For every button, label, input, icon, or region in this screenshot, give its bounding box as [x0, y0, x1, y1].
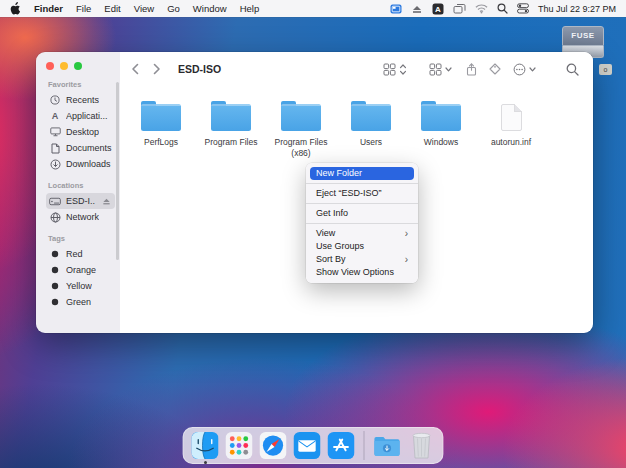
- tag-dot-icon: [49, 266, 61, 274]
- app-windows-icon[interactable]: [453, 3, 466, 15]
- sidebar-scrollbar[interactable]: [116, 82, 119, 260]
- running-indicator: [204, 461, 207, 464]
- sidebar-item-label: Downloads: [66, 159, 111, 169]
- context-menu: New FolderEject “ESD-ISO”Get InfoView›Us…: [306, 163, 418, 283]
- sidebar-item-label: Red: [66, 249, 83, 259]
- sidebar-item-label: Documents: [66, 143, 112, 153]
- context-menu-item-use-groups[interactable]: Use Groups: [306, 240, 418, 253]
- submenu-chevron-icon: ›: [405, 228, 408, 240]
- sidebar-item-recents[interactable]: Recents: [46, 92, 115, 108]
- sidebar-item-yellow[interactable]: Yellow: [46, 278, 115, 294]
- menu-bar-clock[interactable]: Thu Jul 22 9:27 PM: [538, 4, 616, 14]
- share-button[interactable]: [466, 63, 477, 76]
- icon-view-button[interactable]: [383, 63, 396, 76]
- file-grid: PerfLogsProgram FilesProgram Files (x86)…: [120, 86, 593, 159]
- sidebar-item-downloads[interactable]: Downloads: [46, 156, 115, 172]
- sidebar-item-label: Applicati...: [66, 111, 108, 121]
- file-autorun-inf[interactable]: autorun.inf: [478, 98, 544, 148]
- menu-item-finder[interactable]: Finder: [34, 3, 63, 14]
- menu-item-file[interactable]: File: [76, 3, 91, 14]
- menu-item-label: View: [316, 227, 335, 240]
- menu-item-view[interactable]: View: [134, 3, 154, 14]
- sidebar-item-label: Yellow: [66, 281, 92, 291]
- file-perflogs[interactable]: PerfLogs: [128, 98, 194, 148]
- context-menu-item-sort-by[interactable]: Sort By›: [306, 253, 418, 266]
- more-actions-button[interactable]: [513, 63, 526, 76]
- sidebar: FavoritesRecentsAApplicati...DesktopDocu…: [36, 52, 120, 333]
- sidebar-item-red[interactable]: Red: [46, 246, 115, 262]
- file-label: Program Files (x86): [268, 137, 334, 159]
- menu-bar-status-icons: A: [390, 3, 529, 15]
- downloads-icon: [49, 159, 61, 170]
- view-stepper-icon[interactable]: [399, 63, 407, 76]
- toolbar: ESD-ISO: [120, 52, 593, 86]
- sidebar-item-label: Network: [66, 212, 99, 222]
- chevron-down-icon[interactable]: [445, 67, 452, 72]
- menu-item-window[interactable]: Window: [193, 3, 227, 14]
- folder-icon: [281, 104, 321, 131]
- menu-item-help[interactable]: Help: [240, 3, 260, 14]
- control-center-icon[interactable]: [517, 3, 529, 14]
- input-source-icon[interactable]: A: [432, 3, 444, 15]
- menu-item-label: Get Info: [316, 207, 348, 220]
- tag-dot-icon: [49, 250, 61, 258]
- dock-icon-mail[interactable]: [294, 432, 321, 459]
- sidebar-item-label: Recents: [66, 95, 99, 105]
- context-menu-item-new-folder[interactable]: New Folder: [310, 167, 414, 180]
- context-menu-item-eject-esd-iso[interactable]: Eject “ESD-ISO”: [306, 187, 418, 200]
- file-program-files[interactable]: Program Files: [198, 98, 264, 148]
- sidebar-item-green[interactable]: Green: [46, 294, 115, 310]
- menu-separator: [306, 223, 418, 224]
- chevron-down-icon[interactable]: [529, 67, 536, 72]
- window-title: ESD-ISO: [178, 63, 221, 75]
- dock-icon-downloads-folder[interactable]: [374, 432, 401, 459]
- eject-icon[interactable]: [411, 3, 423, 15]
- file-program-files-x86[interactable]: Program Files (x86): [268, 98, 334, 159]
- sidebar-item-label: Desktop: [66, 127, 99, 137]
- search-button[interactable]: [566, 63, 579, 76]
- tag-button[interactable]: [489, 63, 501, 75]
- sidebar-item-applicati[interactable]: AApplicati...: [46, 108, 115, 124]
- dock-icon-app-store[interactable]: [328, 432, 355, 459]
- context-menu-item-show-view-options[interactable]: Show View Options: [306, 266, 418, 279]
- group-by-button[interactable]: [429, 63, 442, 76]
- zoom-button[interactable]: [74, 62, 82, 70]
- sidebar-item-orange[interactable]: Orange: [46, 262, 115, 278]
- applications-icon: A: [49, 111, 61, 121]
- eject-small-icon[interactable]: [100, 197, 112, 206]
- file-label: autorun.inf: [491, 137, 531, 148]
- close-button[interactable]: [46, 62, 54, 70]
- display-icon[interactable]: [390, 3, 402, 15]
- file-windows[interactable]: Windows: [408, 98, 474, 148]
- file-label: Program Files: [205, 137, 258, 148]
- dock-icon-finder[interactable]: [192, 432, 219, 459]
- sidebar-item-desktop[interactable]: Desktop: [46, 124, 115, 140]
- dock-icon-launchpad[interactable]: [226, 432, 253, 459]
- dock-icon-trash[interactable]: [408, 432, 435, 459]
- apple-icon[interactable]: [10, 2, 21, 15]
- sidebar-item-esd-i[interactable]: ESD-I...: [46, 193, 115, 209]
- sidebar-section-title-locations: Locations: [48, 181, 115, 190]
- context-menu-item-view[interactable]: View›: [306, 227, 418, 240]
- file-label: Users: [360, 137, 382, 148]
- minimize-button[interactable]: [60, 62, 68, 70]
- menu-item-go[interactable]: Go: [167, 3, 180, 14]
- sidebar-item-label: Orange: [66, 265, 96, 275]
- toolbar-actions: [383, 63, 579, 76]
- tag-dot-icon: [49, 298, 61, 306]
- menu-item-label: Show View Options: [316, 266, 394, 279]
- sidebar-item-documents[interactable]: Documents: [46, 140, 115, 156]
- menu-item-edit[interactable]: Edit: [104, 3, 120, 14]
- sidebar-item-network[interactable]: Network: [46, 209, 115, 225]
- documents-icon: [49, 143, 61, 154]
- spotlight-icon[interactable]: [497, 3, 508, 14]
- forward-button[interactable]: [150, 63, 164, 75]
- menu-bar-status: A Thu Jul 22 9:27 PM: [390, 3, 616, 15]
- file-users[interactable]: Users: [338, 98, 404, 148]
- dock-icon-safari[interactable]: [260, 432, 287, 459]
- window-controls: [46, 62, 115, 70]
- context-menu-item-get-info[interactable]: Get Info: [306, 207, 418, 220]
- wifi-icon[interactable]: [475, 3, 488, 14]
- back-button[interactable]: [128, 63, 142, 75]
- svg-text:A: A: [52, 111, 59, 121]
